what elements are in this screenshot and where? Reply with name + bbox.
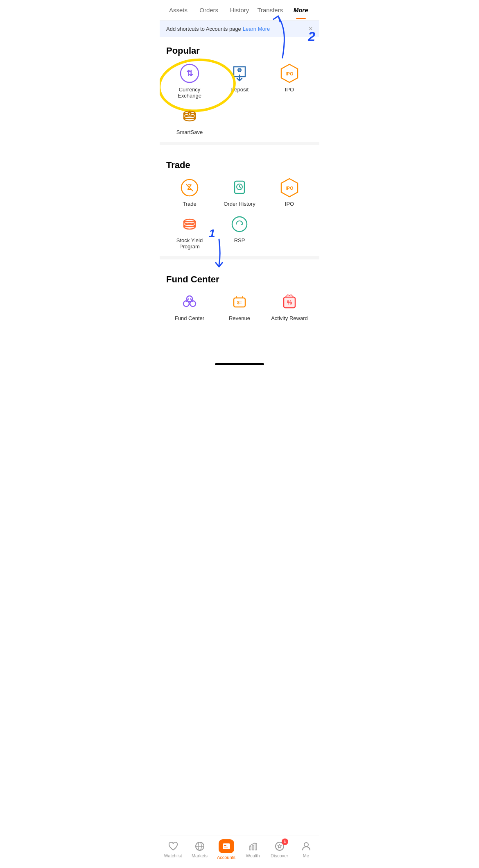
top-navigation: Assets Orders History Transfers More (160, 0, 319, 20)
ipo-icon: IPO (279, 63, 300, 84)
fund-center-item[interactable]: Fund Center (166, 291, 213, 321)
trade-item-stock-yield-label: Stock Yield Program (166, 237, 213, 250)
banner-learn-more[interactable]: Learn More (243, 26, 270, 32)
fund-center-item-revenue[interactable]: $= Revenue (216, 291, 263, 321)
stock-yield-icon (179, 214, 200, 235)
banner-text: Add shortcuts to Accounts page (166, 26, 241, 32)
deposit-icon: $ (229, 63, 250, 84)
trade-item-order-history-label: Order History (224, 201, 255, 207)
trade-item-ipo[interactable]: IPO IPO (266, 177, 313, 207)
tab-history[interactable]: History (224, 1, 255, 19)
trade-item-trade[interactable]: Z Trade (166, 177, 213, 207)
svg-text:$: $ (238, 68, 240, 72)
svg-text:⇅: ⇅ (186, 69, 193, 78)
activity-reward-icon: % (279, 291, 300, 313)
tab-orders[interactable]: Orders (194, 1, 224, 19)
popular-item-smartsave[interactable]: $ SmartSave (166, 105, 213, 135)
trade-title: Trade (166, 160, 313, 170)
popular-title: Popular (166, 45, 313, 56)
fund-center-grid: Fund Center $= Revenue (166, 291, 313, 321)
trade-icon: Z (179, 177, 200, 198)
popular-item-currency-exchange[interactable]: ⇅ Currency Exchange (166, 63, 213, 99)
trade-item-order-history[interactable]: Order History (216, 177, 263, 207)
svg-text:%: % (287, 299, 292, 306)
trade-item-rsp-label: RSP (234, 237, 245, 243)
popular-item-ipo-label: IPO (285, 86, 294, 93)
ipo-trade-icon: IPO (279, 177, 300, 198)
popular-item-smartsave-label: SmartSave (176, 129, 203, 135)
tab-assets[interactable]: Assets (163, 1, 194, 19)
currency-exchange-icon: ⇅ (179, 63, 200, 84)
popular-grid: ⇅ Currency Exchange $ Deposit (166, 63, 313, 135)
fund-center-title: Fund Center (166, 274, 313, 285)
svg-text:IPO: IPO (286, 71, 294, 76)
trade-item-trade-label: Trade (183, 201, 196, 207)
svg-text:IPO: IPO (286, 186, 294, 191)
shortcuts-banner: Add shortcuts to Accounts page Learn Mor… (160, 20, 319, 37)
popular-item-deposit[interactable]: $ Deposit (216, 63, 263, 99)
svg-point-18 (232, 217, 247, 232)
popular-item-ipo[interactable]: IPO IPO (266, 63, 313, 99)
fund-center-item-revenue-label: Revenue (229, 315, 250, 321)
smartsave-icon: $ (179, 105, 200, 127)
trade-grid: Z Trade Order History (166, 177, 313, 250)
trade-item-rsp[interactable]: RSP (216, 214, 263, 250)
popular-section: Popular 2 ⇅ Currency Exchange (160, 37, 319, 135)
trade-item-ipo-label: IPO (285, 201, 294, 207)
order-history-icon (229, 177, 250, 198)
section-divider-1 (160, 142, 319, 145)
fund-center-item-label: Fund Center (175, 315, 204, 321)
popular-item-currency-exchange-label: Currency Exchange (166, 86, 213, 99)
section-divider-2 (160, 256, 319, 259)
popular-item-deposit-label: Deposit (230, 86, 249, 93)
fund-center-section: Fund Center 1 Fund Center (160, 266, 319, 321)
trade-section: Trade Z Trade (160, 152, 319, 250)
banner-close-button[interactable]: × (305, 25, 313, 33)
svg-text:$: $ (189, 112, 190, 116)
rsp-icon (229, 214, 250, 235)
fund-center-icon (179, 291, 200, 313)
revenue-icon: $= (229, 291, 250, 313)
fund-center-item-activity-reward-label: Activity Reward (271, 315, 308, 321)
tab-transfers[interactable]: Transfers (255, 1, 285, 19)
home-indicator (215, 363, 264, 365)
trade-item-stock-yield[interactable]: Stock Yield Program (166, 214, 213, 250)
tab-more[interactable]: More (285, 1, 316, 19)
svg-text:$=: $= (237, 300, 242, 305)
fund-center-item-activity-reward[interactable]: % Activity Reward (266, 291, 313, 321)
